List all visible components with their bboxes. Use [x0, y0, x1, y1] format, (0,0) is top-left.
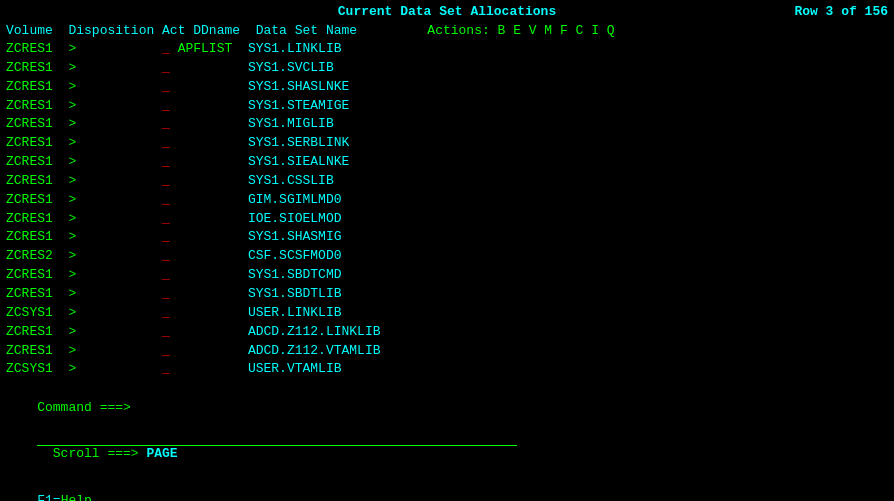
cell-ddname	[170, 305, 240, 320]
cell-dsname: SYS1.CSSLIB	[240, 173, 334, 188]
cell-disp: >	[68, 173, 162, 188]
cell-disp: >	[68, 324, 162, 339]
cell-volume: ZCRES1	[6, 135, 68, 150]
cell-act: _	[162, 286, 170, 301]
table-row: ZCRES1 > _ GIM.SGIMLMD0	[6, 191, 888, 210]
cell-ddname	[170, 98, 240, 113]
cell-dsname: USER.VTAMLIB	[240, 361, 341, 376]
cell-volume: ZCRES1	[6, 41, 68, 56]
cell-volume: ZCRES1	[6, 267, 68, 282]
table-row: ZCSYS1 > _ USER.LINKLIB	[6, 304, 888, 323]
cell-act: _	[162, 135, 170, 150]
cell-dsname: SYS1.LINKLIB	[240, 41, 341, 56]
table-row: ZCRES1 > _ SYS1.SERBLINK	[6, 134, 888, 153]
scroll-label: Scroll ===>	[37, 446, 146, 461]
cell-act: _	[162, 267, 170, 282]
cell-volume: ZCRES1	[6, 116, 68, 131]
cell-volume: ZCRES1	[6, 60, 68, 75]
cell-act: _	[162, 79, 170, 94]
cell-dsname: IOE.SIOELMOD	[240, 211, 341, 226]
cell-dsname: SYS1.SHASMIG	[240, 229, 341, 244]
cell-volume: ZCRES1	[6, 98, 68, 113]
cell-disp: >	[68, 361, 162, 376]
cell-dsname: CSF.SCSFMOD0	[240, 248, 341, 263]
cell-volume: ZCRES1	[6, 324, 68, 339]
cell-ddname	[170, 361, 240, 376]
table-row: ZCRES1 > _ SYS1.SIEALNKE	[6, 153, 888, 172]
table-row: ZCRES1 > _ IOE.SIOELMOD	[6, 210, 888, 229]
cell-act: _	[162, 361, 170, 376]
cell-dsname: ADCD.Z112.VTAMLIB	[240, 343, 380, 358]
cell-ddname	[170, 286, 240, 301]
row-info: Row 3 of 156	[794, 4, 888, 19]
cell-volume: ZCRES2	[6, 248, 68, 263]
cell-ddname	[170, 173, 240, 188]
table-row: ZCRES1 > _ SYS1.CSSLIB	[6, 172, 888, 191]
cell-disp: >	[68, 79, 162, 94]
cell-dsname: USER.LINKLIB	[240, 305, 341, 320]
cell-ddname	[170, 211, 240, 226]
cell-volume: ZCRES1	[6, 173, 68, 188]
cell-dsname: SYS1.SVCLIB	[240, 60, 334, 75]
table-row: ZCRES1 > _ SYS1.STEAMIGE	[6, 97, 888, 116]
cell-volume: ZCRES1	[6, 192, 68, 207]
cell-act: _	[162, 192, 170, 207]
cell-act: _	[162, 116, 170, 131]
cell-disp: >	[68, 41, 162, 56]
cell-dsname: SYS1.STEAMIGE	[240, 98, 349, 113]
cell-act: _	[162, 154, 170, 169]
cell-disp: >	[68, 286, 162, 301]
table-row: ZCRES1 > _ ADCD.Z112.VTAMLIB	[6, 342, 888, 361]
column-header: Volume Disposition Act DDname Data Set N…	[6, 23, 888, 38]
table-row: ZCRES1 > _ ADCD.Z112.LINKLIB	[6, 323, 888, 342]
table-row: ZCRES1 > _ SYS1.SBDTCMD	[6, 266, 888, 285]
cell-dsname: SYS1.SHASLNKE	[240, 79, 349, 94]
command-label: Command ===>	[37, 400, 131, 415]
cell-dsname: SYS1.SBDTCMD	[240, 267, 341, 282]
cell-act: _	[162, 229, 170, 244]
table-row: ZCRES1 > _ SYS1.SBDTLIB	[6, 285, 888, 304]
cell-dsname: ADCD.Z112.LINKLIB	[240, 324, 380, 339]
cell-volume: ZCSYS1	[6, 361, 68, 376]
table-row: ZCSYS1 > _ USER.VTAMLIB	[6, 360, 888, 379]
command-input[interactable]	[37, 430, 517, 446]
col-ddname: DDname	[193, 23, 255, 38]
data-table: ZCRES1 > _ APFLIST SYS1.LINKLIBZCRES1 > …	[6, 40, 888, 379]
col-act: Act	[162, 23, 193, 38]
cell-disp: >	[68, 135, 162, 150]
cell-ddname	[170, 154, 240, 169]
cell-ddname	[170, 79, 240, 94]
command-row: Command ===> Scroll ===> PAGE	[6, 385, 888, 476]
cell-dsname: GIM.SGIMLMD0	[240, 192, 341, 207]
cell-disp: >	[68, 154, 162, 169]
cell-ddname	[170, 248, 240, 263]
cell-disp: >	[68, 60, 162, 75]
cell-volume: ZCRES1	[6, 79, 68, 94]
cell-disp: >	[68, 211, 162, 226]
cell-act: _	[162, 248, 170, 263]
cell-volume: ZCSYS1	[6, 305, 68, 320]
col-dsname: Data Set Name	[256, 23, 428, 38]
cell-act: _	[162, 60, 170, 75]
cell-ddname: APFLIST	[170, 41, 240, 56]
col-volume: Volume	[6, 23, 68, 38]
cell-dsname: SYS1.MIGLIB	[240, 116, 334, 131]
cell-volume: ZCRES1	[6, 154, 68, 169]
cell-dsname: SYS1.SERBLINK	[240, 135, 349, 150]
cell-disp: >	[68, 116, 162, 131]
table-row: ZCRES1 > _ SYS1.SHASMIG	[6, 228, 888, 247]
cell-ddname	[170, 192, 240, 207]
cell-ddname	[170, 116, 240, 131]
cell-disp: >	[68, 267, 162, 282]
table-row: ZCRES2 > _ CSF.SCSFMOD0	[6, 247, 888, 266]
col-actions-keys: B E V M F C I Q	[498, 23, 615, 38]
table-row: ZCRES1 > _ APFLIST SYS1.LINKLIB	[6, 40, 888, 59]
table-row: ZCRES1 > _ SYS1.SVCLIB	[6, 59, 888, 78]
cell-ddname	[170, 135, 240, 150]
fkey-row-1: F1=Help F2=Split F3=Exit F5=Rfind F7=Up …	[6, 478, 888, 501]
cell-ddname	[170, 267, 240, 282]
cell-volume: ZCRES1	[6, 229, 68, 244]
cell-disp: >	[68, 248, 162, 263]
cell-act: _	[162, 173, 170, 188]
cell-volume: ZCRES1	[6, 286, 68, 301]
